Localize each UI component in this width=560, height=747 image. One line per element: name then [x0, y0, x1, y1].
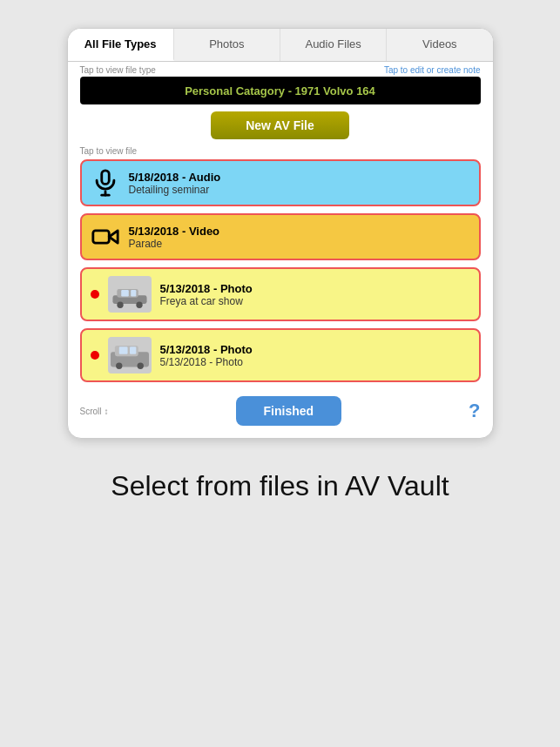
- device-card: All File Types Photos Audio Files Videos…: [67, 28, 494, 439]
- new-av-button[interactable]: New AV File: [211, 111, 349, 139]
- photo-thumb-2: [108, 337, 152, 374]
- file-text-video: 5/13/2018 - Video Parade: [129, 225, 220, 250]
- tap-to-view-label: Tap to view file: [68, 146, 493, 159]
- file-subtitle-photo-2: 5/13/2018 - Photo: [160, 356, 253, 368]
- tabs-row: All File Types Photos Audio Files Videos: [68, 29, 493, 62]
- svg-point-13: [116, 363, 122, 369]
- svg-rect-9: [121, 290, 129, 296]
- svg-rect-3: [92, 231, 108, 243]
- file-item-photo-2[interactable]: 5/13/2018 - Photo 5/13/2018 - Photo: [80, 328, 481, 382]
- finished-button[interactable]: Finished: [236, 396, 342, 426]
- svg-marker-4: [109, 231, 118, 243]
- file-item-photo-1[interactable]: 5/13/2018 - Photo Freya at car show: [80, 267, 481, 321]
- sub-header-row: Tap to view file type Tap to edit or cre…: [68, 62, 493, 77]
- svg-rect-0: [101, 171, 109, 185]
- file-subtitle-audio: Detailing seminar: [129, 184, 221, 196]
- file-subtitle-video: Parade: [129, 238, 220, 250]
- scroll-icon: ↕: [105, 407, 109, 416]
- file-title-video: 5/13/2018 - Video: [129, 225, 220, 238]
- svg-rect-16: [130, 347, 136, 354]
- tab-all-file-types[interactable]: All File Types: [68, 29, 174, 61]
- tagline: Select from files in AV Vault: [111, 468, 449, 505]
- file-text-audio: 5/18/2018 - Audio Detailing seminar: [129, 171, 221, 196]
- file-subtitle-photo-1: Freya at car show: [160, 295, 253, 307]
- tab-videos[interactable]: Videos: [387, 29, 492, 61]
- red-dot-1: [91, 290, 99, 299]
- svg-point-14: [137, 363, 143, 369]
- file-title-photo-2: 5/13/2018 - Photo: [160, 343, 253, 356]
- svg-point-8: [136, 302, 142, 308]
- svg-rect-15: [118, 347, 127, 354]
- file-item-video[interactable]: 5/13/2018 - Video Parade: [80, 213, 481, 260]
- file-list: 5/18/2018 - Audio Detailing seminar 5/13…: [68, 159, 493, 382]
- help-icon[interactable]: ?: [469, 400, 480, 422]
- scroll-label: Scroll ↕: [80, 407, 109, 416]
- file-text-photo-1: 5/13/2018 - Photo Freya at car show: [160, 282, 253, 307]
- category-text: Personal Catagory - 1971 Volvo 164: [185, 84, 375, 98]
- tab-photos[interactable]: Photos: [174, 29, 280, 61]
- category-bar: Personal Catagory - 1971 Volvo 164: [80, 77, 481, 104]
- svg-rect-10: [131, 290, 136, 296]
- file-item-audio[interactable]: 5/18/2018 - Audio Detailing seminar: [80, 159, 481, 206]
- file-title-photo-1: 5/13/2018 - Photo: [160, 282, 253, 295]
- scroll-text: Scroll: [80, 407, 102, 416]
- file-title-audio: 5/18/2018 - Audio: [129, 171, 221, 184]
- file-text-photo-2: 5/13/2018 - Photo 5/13/2018 - Photo: [160, 343, 253, 368]
- photo-thumb-1: [108, 276, 152, 313]
- red-dot-2: [91, 351, 99, 360]
- svg-point-7: [117, 302, 123, 308]
- page-wrapper: All File Types Photos Audio Files Videos…: [0, 0, 560, 526]
- new-av-btn-wrap: New AV File: [68, 111, 493, 139]
- mic-icon: [91, 168, 120, 198]
- sub-label-left: Tap to view file type: [80, 65, 156, 75]
- tab-audio-files[interactable]: Audio Files: [280, 29, 387, 61]
- sub-label-right[interactable]: Tap to edit or create note: [384, 65, 481, 75]
- video-camera-icon: [91, 222, 120, 252]
- footer-row: Scroll ↕ Finished ?: [68, 382, 493, 429]
